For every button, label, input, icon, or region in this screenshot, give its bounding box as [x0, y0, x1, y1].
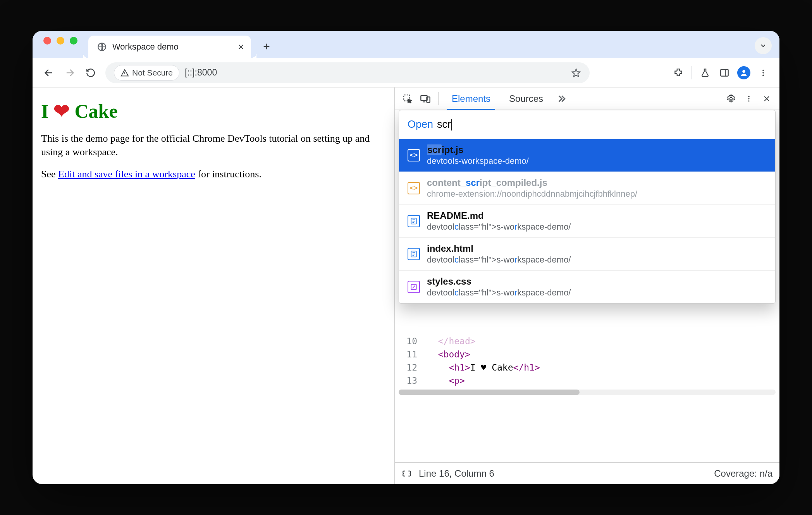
page-paragraph-1: This is the demo page for the official C…	[41, 132, 382, 159]
close-window-button[interactable]	[43, 37, 51, 45]
maximize-window-button[interactable]	[70, 37, 77, 45]
side-panel-button[interactable]	[715, 64, 734, 82]
svg-point-12	[748, 100, 749, 101]
browser-toolbar: Not Secure [::]:8000	[33, 58, 779, 88]
warning-icon	[120, 69, 129, 77]
svg-rect-7	[421, 95, 427, 100]
quick-open-dialog: Open scr <>script.jsdevtools-workspace-d…	[399, 110, 776, 304]
content-area: I ❤ Cake This is the demo page for the o…	[33, 88, 779, 484]
text-caret	[451, 119, 452, 130]
heart-icon: ❤	[53, 100, 70, 122]
coverage-status: Coverage: n/a	[714, 468, 772, 479]
svg-point-9	[730, 97, 733, 100]
forward-button[interactable]	[60, 64, 79, 82]
browser-window: Workspace demo Not Secure [::]:8000	[33, 31, 779, 484]
bookmark-button[interactable]	[571, 68, 581, 78]
address-bar[interactable]: Not Secure [::]:8000	[105, 62, 590, 83]
new-tab-button[interactable]	[258, 38, 275, 55]
security-chip[interactable]: Not Secure	[114, 65, 179, 81]
quick-open-input[interactable]: Open scr	[399, 110, 775, 139]
window-controls	[43, 31, 77, 58]
horizontal-scrollbar[interactable]	[399, 390, 776, 395]
back-button[interactable]	[40, 64, 58, 82]
svg-point-5	[762, 74, 764, 76]
svg-point-2	[742, 70, 745, 72]
quick-open-result[interactable]: <>content_script_compiled.jschrome-exten…	[399, 172, 775, 204]
svg-point-11	[748, 98, 749, 99]
cursor-position: Line 16, Column 6	[419, 468, 494, 479]
security-label: Not Secure	[132, 68, 173, 77]
labs-button[interactable]	[696, 64, 714, 82]
browser-tab[interactable]: Workspace demo	[88, 36, 251, 58]
minimize-window-button[interactable]	[57, 37, 64, 45]
format-button[interactable]	[402, 469, 412, 479]
tab-sources[interactable]: Sources	[500, 88, 552, 110]
web-page: I ❤ Cake This is the demo page for the o…	[33, 88, 395, 484]
svg-point-3	[762, 69, 764, 71]
tutorial-link[interactable]: Edit and save files in a workspace	[58, 168, 195, 180]
quick-open-results: <>script.jsdevtools-workspace-demo/<>con…	[399, 139, 775, 303]
extensions-button[interactable]	[669, 64, 688, 82]
svg-point-4	[762, 72, 764, 74]
page-heading: I ❤ Cake	[41, 100, 386, 122]
profile-button[interactable]	[735, 64, 753, 82]
quick-open-result[interactable]: index.htmldevtoolclass="hl">s-workspace-…	[399, 237, 775, 270]
globe-icon	[97, 42, 107, 52]
svg-point-10	[748, 96, 749, 97]
settings-button[interactable]	[722, 90, 740, 108]
quick-open-result[interactable]: README.mddevtoolclass="hl">s-workspace-d…	[399, 204, 775, 237]
inspect-element-button[interactable]	[399, 90, 416, 108]
more-tabs-button[interactable]	[552, 90, 570, 108]
quick-open-result[interactable]: styles.cssdevtoolclass="hl">s-workspace-…	[399, 270, 775, 303]
svg-rect-1	[721, 69, 728, 76]
device-toolbar-button[interactable]	[416, 90, 434, 108]
separator	[692, 66, 692, 79]
tab-elements[interactable]: Elements	[442, 88, 500, 110]
quick-open-result[interactable]: <>script.jsdevtools-workspace-demo/	[399, 139, 775, 172]
reload-button[interactable]	[81, 64, 100, 82]
devtools-menu-button[interactable]	[740, 90, 758, 108]
tab-title: Workspace demo	[112, 42, 179, 52]
devtools-tabbar: Elements Sources	[395, 88, 779, 110]
menu-button[interactable]	[754, 64, 772, 82]
page-paragraph-2: See Edit and save files in a workspace f…	[41, 167, 382, 181]
tab-strip: Workspace demo	[33, 31, 779, 58]
scrollbar-thumb[interactable]	[399, 390, 580, 395]
quick-open-query: scr	[437, 118, 452, 131]
close-tab-button[interactable]	[236, 42, 246, 52]
close-devtools-button[interactable]	[758, 90, 776, 108]
separator	[438, 92, 439, 105]
url-text: [::]:8000	[185, 67, 217, 78]
devtools-panel: Elements Sources Open scr <>script.jsdev…	[395, 88, 779, 484]
devtools-statusbar: Line 16, Column 6 Coverage: n/a	[395, 462, 779, 484]
quick-open-label: Open	[408, 118, 433, 130]
tab-search-button[interactable]	[755, 37, 772, 54]
